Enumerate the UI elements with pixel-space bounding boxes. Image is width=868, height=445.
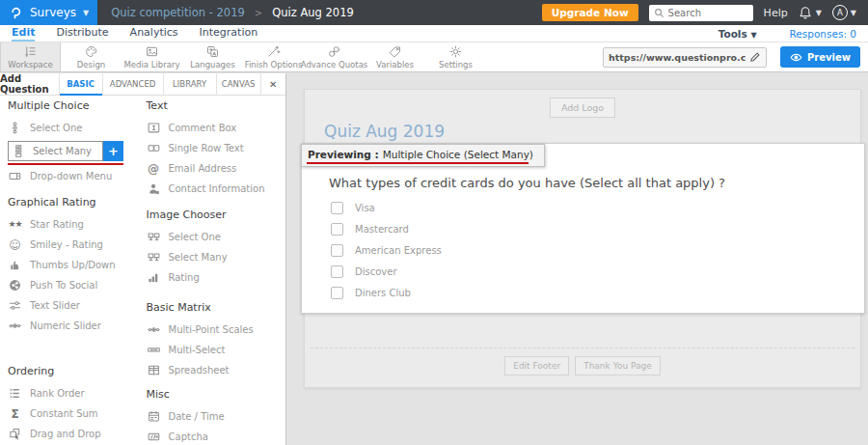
section-ordering: OrderingRank OrderΣConstant SumDrag and …: [8, 365, 140, 444]
checkbox-mastercard[interactable]: [331, 223, 343, 236]
question-type-rank-order[interactable]: Rank Order: [8, 383, 140, 403]
question-type-rating[interactable]: Rating: [147, 267, 285, 288]
image-select-one-icon: [147, 231, 161, 244]
option-label: American Express: [355, 245, 442, 256]
question-type-contact-information[interactable]: Contact Information: [147, 179, 285, 199]
tab-library[interactable]: LIBRARY: [163, 73, 216, 95]
nav-item-integration[interactable]: Integration: [200, 26, 258, 42]
product-name[interactable]: Surveys: [30, 6, 76, 19]
question-type-multi-select[interactable]: Multi-Select: [147, 340, 285, 360]
item-label: Select Many: [169, 252, 228, 263]
nav-item-edit[interactable]: Edit: [12, 26, 35, 42]
section-heading: Basic Matrix: [147, 301, 285, 315]
avatar[interactable]: A: [832, 5, 848, 20]
add-question-plus-button[interactable]: +: [103, 141, 123, 161]
responses-count[interactable]: Responses: 0: [790, 28, 856, 40]
search-box[interactable]: [649, 5, 753, 21]
tools-menu[interactable]: Tools ▼: [719, 28, 757, 40]
toolbar: WorkspaceDesignMedia LibraryLanguagesFin…: [0, 42, 868, 72]
tab-canvas[interactable]: CANVAS: [216, 73, 260, 95]
option-label: Mastercard: [355, 224, 409, 235]
chevron-down-icon: ▼: [816, 9, 822, 17]
toolbar-item-label: Workspace: [8, 60, 52, 70]
tab-basic[interactable]: BASIC: [59, 73, 102, 95]
close-icon[interactable]: ✕: [260, 73, 285, 95]
option-label: Diners Club: [355, 288, 411, 298]
bell-icon: [799, 6, 813, 19]
breadcrumb-parent[interactable]: Quiz competition - 2019: [111, 6, 245, 19]
question-type-drop-down-menu[interactable]: Drop-down Menu: [8, 166, 140, 186]
workspace-icon: [23, 45, 38, 59]
question-type-push-to-social[interactable]: Push To Social: [8, 275, 140, 295]
option-label: Discover: [355, 266, 397, 277]
question-type-select-one[interactable]: Select One: [8, 118, 140, 138]
question-type-text-slider[interactable]: Text Slider: [8, 295, 140, 316]
checkbox-diners-club[interactable]: [331, 287, 343, 299]
question-type-spreadsheet[interactable]: Spreadsheet: [147, 360, 285, 380]
dropdown-icon: [8, 170, 22, 183]
question-type-email-address[interactable]: @Email Address: [147, 158, 285, 179]
question-type-thumbs-up-down[interactable]: Thumbs Up/Down: [8, 255, 140, 275]
question-type-select-many[interactable]: Select Many: [8, 141, 103, 161]
account-menu[interactable]: A ▼: [832, 5, 856, 20]
toolbar-item-media-library[interactable]: Media Library: [122, 42, 182, 71]
question-type-single-row-text[interactable]: Single Row Text: [147, 138, 285, 158]
question-type-select-many-selected: Select Many+: [8, 141, 140, 165]
search-input[interactable]: [668, 8, 748, 18]
help-link[interactable]: Help: [764, 7, 788, 19]
chevron-down-icon: ▼: [851, 9, 856, 17]
toolbar-item-languages[interactable]: Languages: [182, 42, 243, 71]
section-graphical-rating: Graphical Rating★★Star Rating☺Smiley - R…: [8, 196, 140, 336]
toolbar-item-advance-quotas[interactable]: Advance Quotas: [304, 42, 365, 71]
question-type-smiley-rating[interactable]: ☺Smiley - Rating: [8, 235, 140, 255]
toolbar-item-workspace[interactable]: Workspace: [0, 42, 61, 71]
tab-advanced[interactable]: ADVANCED: [102, 73, 163, 95]
checkbox-discover[interactable]: [331, 265, 343, 278]
question-type-star-rating[interactable]: ★★Star Rating: [8, 214, 140, 235]
image-rating-icon: [147, 271, 161, 285]
checkbox-visa[interactable]: [331, 202, 343, 214]
toolbar-item-variables[interactable]: Variables: [365, 42, 425, 71]
design-icon: [84, 45, 98, 59]
at-sign-icon: @: [147, 162, 161, 176]
survey-url-box[interactable]: [603, 47, 767, 68]
question-type-comment-box[interactable]: Comment Box: [147, 118, 285, 138]
nav-item-distribute[interactable]: Distribute: [56, 26, 108, 42]
question-type-captcha[interactable]: Captcha: [147, 427, 285, 445]
section-heading: Ordering: [8, 365, 140, 378]
section-basic-matrix: Basic MatrixMulti-Point ScalesMulti-Sele…: [147, 301, 285, 380]
add-logo-button[interactable]: Add Logo: [550, 97, 615, 118]
question-type-drag-and-drop[interactable]: Drag and Drop: [8, 424, 140, 444]
preview-button[interactable]: Preview: [780, 46, 860, 68]
selected-item-row: Select Many+: [8, 141, 123, 161]
item-label: Multi-Select: [169, 345, 226, 355]
toolbar-item-finish-options[interactable]: Finish Options: [243, 42, 304, 71]
edit-footer-button[interactable]: Edit Footer: [504, 356, 569, 375]
question-type-constant-sum[interactable]: ΣConstant Sum: [8, 403, 140, 424]
upgrade-now-button[interactable]: Upgrade Now: [542, 4, 638, 21]
survey-title[interactable]: Quiz Aug 2019: [324, 122, 445, 141]
breadcrumb-current[interactable]: Quiz Aug 2019: [272, 6, 354, 19]
question-type-multi-point-scales[interactable]: Multi-Point Scales: [147, 320, 285, 340]
surveys-menu[interactable]: Surveys ▼: [0, 0, 97, 25]
question-type-numeric-slider[interactable]: Numeric Slider: [8, 316, 140, 336]
question-type-select-one[interactable]: Select One: [147, 227, 285, 247]
date-time-icon: [147, 410, 161, 424]
nav-item-analytics[interactable]: Analytics: [130, 26, 178, 42]
item-label: Drop-down Menu: [30, 171, 112, 181]
red-underline: [8, 163, 123, 165]
toolbar-item-settings[interactable]: Settings: [425, 42, 486, 71]
thank-you-page-button[interactable]: Thank You Page: [575, 356, 661, 375]
notifications-menu[interactable]: ▼: [799, 6, 822, 19]
question-type-select-many[interactable]: Select Many: [147, 247, 285, 267]
chevron-down-icon: ▼: [750, 31, 756, 40]
survey-url-input[interactable]: [609, 52, 746, 63]
breadcrumb-separator-icon: >: [255, 8, 262, 18]
edit-pencil-icon[interactable]: [749, 50, 761, 64]
checkbox-american-express[interactable]: [331, 244, 343, 257]
drag-drop-icon: [8, 428, 22, 441]
toolbar-item-design[interactable]: Design: [61, 42, 122, 71]
spreadsheet-icon: [147, 364, 161, 377]
variables-icon: [388, 45, 402, 59]
question-type-date-time[interactable]: Date / Time: [147, 406, 285, 427]
